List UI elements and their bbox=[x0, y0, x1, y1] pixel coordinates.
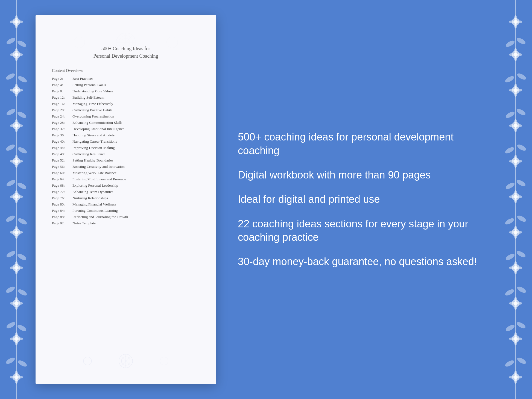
svg-point-58 bbox=[17, 266, 23, 269]
toc-title: Building Self-Esteem bbox=[72, 95, 104, 100]
svg-point-149 bbox=[505, 253, 515, 261]
toc-item: Page 88:Reflecting and Journaling for Gr… bbox=[52, 215, 200, 219]
toc-page-number: Page 80: bbox=[52, 202, 72, 207]
svg-point-190 bbox=[160, 357, 168, 365]
svg-point-61 bbox=[5, 250, 16, 259]
svg-point-43 bbox=[15, 190, 18, 196]
toc-item: Page 80:Managing Financial Wellness bbox=[52, 202, 200, 207]
toc-title: Reflecting and Journaling for Growth bbox=[72, 215, 128, 219]
features-panel: 500+ coaching ideas for personal develop… bbox=[216, 114, 496, 285]
svg-point-59 bbox=[15, 261, 18, 267]
svg-point-70 bbox=[17, 288, 28, 297]
toc-page-number: Page 36: bbox=[52, 133, 72, 137]
svg-point-83 bbox=[15, 371, 18, 376]
toc-title: Developing Emotional Intelligence bbox=[72, 127, 124, 131]
svg-point-170 bbox=[514, 371, 517, 376]
feature-item-3: 22 coaching ideas sections for every sta… bbox=[238, 217, 477, 244]
toc-item: Page 68:Exploring Personal Leadership bbox=[52, 183, 200, 188]
svg-point-92 bbox=[514, 15, 517, 21]
toc-item: Page 2:Best Practices bbox=[52, 76, 200, 81]
svg-point-163 bbox=[514, 340, 517, 345]
toc-item: Page 36:Handling Stress and Anxiety bbox=[52, 133, 200, 138]
svg-point-97 bbox=[509, 53, 515, 56]
toc-title: Boosting Creativity and Innovation bbox=[72, 165, 125, 169]
toc-item: Page 20:Cultivating Positive Habits bbox=[52, 108, 200, 113]
svg-point-9 bbox=[10, 53, 15, 56]
svg-point-50 bbox=[17, 231, 23, 234]
svg-point-46 bbox=[16, 181, 27, 190]
toc-title: Improving Decision-Making bbox=[72, 146, 115, 150]
toc-title: Notes Template bbox=[72, 221, 96, 225]
svg-point-154 bbox=[514, 297, 517, 302]
svg-point-125 bbox=[504, 146, 515, 155]
svg-point-145 bbox=[509, 266, 515, 269]
toc-page-number: Page 56: bbox=[52, 165, 72, 169]
svg-point-112 bbox=[517, 124, 522, 127]
toc-page-number: Page 88: bbox=[52, 215, 72, 219]
svg-point-75 bbox=[15, 332, 18, 338]
toc-item: Page 52:Setting Healthy Boundaries bbox=[52, 158, 200, 163]
toc-page-number: Page 40: bbox=[52, 139, 72, 144]
toc-title: Best Practices bbox=[72, 77, 93, 81]
svg-point-171 bbox=[514, 378, 517, 384]
svg-point-6 bbox=[15, 23, 18, 28]
svg-point-86 bbox=[17, 359, 28, 368]
svg-point-160 bbox=[517, 338, 522, 340]
svg-point-22 bbox=[17, 75, 28, 84]
content-overview-label: Content Overview: bbox=[52, 68, 83, 73]
svg-point-162 bbox=[514, 332, 517, 338]
svg-point-54 bbox=[17, 217, 28, 226]
toc-item: Page 76:Nurturing Relationships bbox=[52, 196, 200, 201]
svg-point-138 bbox=[514, 226, 517, 231]
svg-point-26 bbox=[17, 124, 23, 127]
svg-point-173 bbox=[504, 359, 515, 368]
svg-point-51 bbox=[15, 226, 18, 231]
svg-point-147 bbox=[514, 269, 517, 274]
svg-point-130 bbox=[514, 190, 517, 196]
svg-point-100 bbox=[516, 37, 526, 45]
svg-point-68 bbox=[15, 304, 18, 310]
toc-item: Page 12:Building Self-Esteem bbox=[52, 95, 200, 100]
toc-item: Page 4:Setting Personal Goals bbox=[52, 83, 200, 87]
document-watermark-bottom bbox=[63, 345, 189, 370]
svg-point-132 bbox=[516, 179, 526, 187]
toc-item: Page 24:Overcoming Procrastination bbox=[52, 114, 200, 119]
feature-item-2: Ideal for digital and printed use bbox=[238, 193, 477, 206]
toc-page-number: Page 92: bbox=[52, 221, 72, 225]
svg-point-45 bbox=[5, 179, 16, 187]
svg-point-29 bbox=[5, 108, 16, 116]
toc-page-number: Page 28: bbox=[52, 121, 72, 125]
toc-page-number: Page 60: bbox=[52, 171, 72, 175]
svg-point-148 bbox=[516, 250, 526, 259]
svg-point-164 bbox=[516, 321, 526, 330]
svg-point-91 bbox=[509, 20, 515, 23]
svg-point-3 bbox=[10, 20, 15, 23]
svg-point-38 bbox=[17, 146, 28, 155]
toc-page-number: Page 48: bbox=[52, 152, 72, 156]
svg-point-57 bbox=[10, 266, 15, 269]
svg-point-124 bbox=[516, 143, 527, 152]
toc-page-number: Page 4: bbox=[52, 83, 72, 87]
svg-point-139 bbox=[514, 233, 517, 239]
svg-point-19 bbox=[15, 84, 18, 89]
svg-point-41 bbox=[10, 195, 15, 198]
toc-title: Handling Stress and Anxiety bbox=[72, 133, 115, 137]
content-overview-heading: Content Overview: bbox=[52, 68, 83, 73]
svg-point-120 bbox=[517, 160, 522, 163]
svg-point-104 bbox=[517, 89, 522, 92]
svg-point-137 bbox=[509, 231, 515, 234]
svg-point-10 bbox=[17, 53, 23, 56]
document-container: 500+ Coaching Ideas for Personal Develop… bbox=[36, 0, 216, 399]
svg-point-66 bbox=[17, 302, 23, 305]
toc-title: Exploring Personal Leadership bbox=[72, 183, 118, 188]
toc-page-number: Page 32: bbox=[52, 127, 72, 131]
toc-page-number: Page 68: bbox=[52, 183, 72, 188]
toc-title: Cultivating Resilience bbox=[72, 152, 105, 156]
svg-point-11 bbox=[15, 48, 18, 54]
svg-point-133 bbox=[505, 181, 515, 190]
toc-title: Enhancing Communication Skills bbox=[72, 121, 122, 125]
svg-point-144 bbox=[517, 266, 522, 269]
toc-page-number: Page 64: bbox=[52, 177, 72, 181]
toc-title: Pursuing Continuous Learning bbox=[72, 209, 118, 213]
svg-point-20 bbox=[15, 91, 18, 97]
